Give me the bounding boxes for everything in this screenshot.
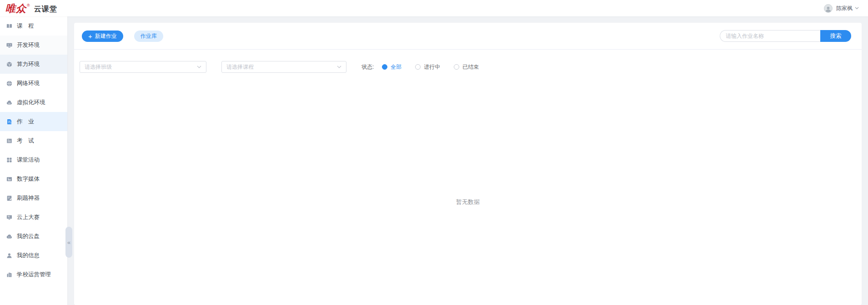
registered-mark: ® — [27, 3, 30, 8]
homework-library-button[interactable]: 作业库 — [134, 30, 163, 42]
sidebar-item-label: 学校运营管理 — [17, 271, 51, 279]
school-admin-icon — [6, 272, 12, 278]
sidebar-collapse-handle[interactable]: « — [65, 227, 72, 258]
sidebar-item-label: 虚拟化环境 — [17, 99, 45, 107]
code-monitor-icon — [6, 42, 12, 48]
status-option-label: 进行中 — [424, 63, 440, 71]
person-icon — [825, 6, 832, 12]
homework-panel: + 新建作业 作业库 搜索 请选择班级 请选择课程 — [74, 23, 862, 305]
course-select[interactable]: 请选择课程 — [221, 61, 346, 73]
book-icon — [6, 23, 12, 29]
class-select[interactable]: 请选择班级 — [80, 61, 206, 73]
product-name: 云课堂 — [34, 5, 57, 14]
collapse-chevrons-icon: « — [67, 239, 70, 246]
top-header: 唯众 ® 云课堂 陈家枫 — [0, 0, 868, 16]
user-name: 陈家枫 — [836, 5, 853, 12]
sidebar-item-school-admin[interactable]: 学校运营管理 — [0, 265, 67, 284]
sidebar-item-label: 云上大赛 — [17, 214, 40, 221]
profile-icon — [6, 253, 12, 259]
user-menu[interactable]: 陈家枫 — [824, 4, 859, 13]
sidebar-nav: 课 程 开发环境 算力环境 网络环境 虚拟化环境 作 业 考 试 — [0, 16, 67, 305]
practice-icon — [6, 195, 12, 201]
class-select-placeholder: 请选择班级 — [85, 63, 112, 71]
cloud-server-icon — [6, 100, 12, 106]
sidebar-item-exam[interactable]: 考 试 — [0, 131, 67, 150]
sidebar-item-label: 作 业 — [17, 118, 34, 126]
sidebar-item-digital-media[interactable]: 数字媒体 — [0, 169, 67, 188]
course-select-placeholder: 请选择课程 — [226, 63, 254, 71]
status-label: 状态: — [361, 63, 374, 71]
sidebar-item-homework[interactable]: 作 业 — [0, 112, 67, 131]
chevron-down-icon — [337, 66, 341, 68]
radio-selected-icon — [382, 64, 387, 70]
status-option-in-progress[interactable]: 进行中 — [415, 63, 440, 71]
cube-icon — [6, 61, 12, 67]
search-group: 搜索 — [720, 30, 851, 42]
new-homework-label: 新建作业 — [95, 32, 117, 40]
sidebar-item-label: 我的云盘 — [17, 233, 40, 240]
radio-unselected-icon — [415, 64, 421, 70]
sidebar-item-label: 网络环境 — [17, 80, 40, 87]
radio-unselected-icon — [454, 64, 459, 70]
main-content: + 新建作业 作业库 搜索 请选择班级 请选择课程 — [67, 16, 868, 305]
chevron-down-icon — [197, 66, 201, 68]
user-avatar — [824, 4, 833, 13]
sidebar-item-label: 算力环境 — [17, 61, 40, 68]
sidebar-item-label: 考 试 — [17, 137, 34, 145]
media-icon — [6, 176, 12, 182]
status-option-label: 全部 — [391, 63, 401, 71]
empty-state-text: 暂无数据 — [74, 198, 862, 206]
sidebar-item-virtualization-env[interactable]: 虚拟化环境 — [0, 93, 67, 112]
status-option-all[interactable]: 全部 — [382, 63, 401, 71]
globe-icon — [6, 81, 12, 86]
brand-name: 唯众 — [5, 3, 26, 14]
brand-logo: 唯众 ® 云课堂 — [5, 3, 57, 14]
sidebar-item-cloud-drive[interactable]: 我的云盘 — [0, 227, 67, 246]
sidebar-item-label: 课堂活动 — [17, 156, 40, 164]
sidebar-item-class-activities[interactable]: 课堂活动 — [0, 150, 67, 169]
status-option-finished[interactable]: 已结束 — [454, 63, 479, 71]
homework-icon — [6, 119, 12, 125]
status-filter: 状态: 全部 进行中 已结束 — [361, 63, 479, 71]
exam-icon — [6, 138, 12, 144]
search-input[interactable] — [720, 30, 820, 42]
sidebar-item-compute-env[interactable]: 算力环境 — [0, 55, 67, 74]
sidebar-item-practice-tool[interactable]: 刷题神器 — [0, 188, 67, 208]
plus-icon: + — [88, 33, 92, 40]
filter-row: 请选择班级 请选择课程 状态: 全部 进行中 — [74, 50, 862, 73]
app-body: 课 程 开发环境 算力环境 网络环境 虚拟化环境 作 业 考 试 — [0, 16, 868, 305]
sidebar-item-label: 课 程 — [17, 22, 34, 30]
sidebar-item-my-info[interactable]: 我的信息 — [0, 246, 67, 265]
toolbar: + 新建作业 作业库 搜索 — [74, 23, 862, 49]
activity-grid-icon — [6, 157, 12, 163]
sidebar-item-label: 数字媒体 — [17, 175, 40, 183]
search-button[interactable]: 搜索 — [820, 30, 851, 42]
cloud-drive-icon — [6, 234, 12, 239]
contest-icon — [6, 214, 12, 220]
new-homework-button[interactable]: + 新建作业 — [82, 30, 123, 42]
status-option-label: 已结束 — [462, 63, 479, 71]
sidebar-item-cloud-contest[interactable]: 云上大赛 — [0, 208, 67, 227]
chevron-down-icon — [855, 7, 859, 10]
sidebar-item-network-env[interactable]: 网络环境 — [0, 74, 67, 93]
sidebar-item-label: 刷题神器 — [17, 194, 40, 202]
sidebar-item-label: 我的信息 — [17, 252, 40, 259]
sidebar-item-label: 开发环境 — [17, 41, 40, 49]
sidebar-item-dev-env[interactable]: 开发环境 — [0, 36, 67, 55]
sidebar-item-courses[interactable]: 课 程 — [0, 16, 67, 36]
